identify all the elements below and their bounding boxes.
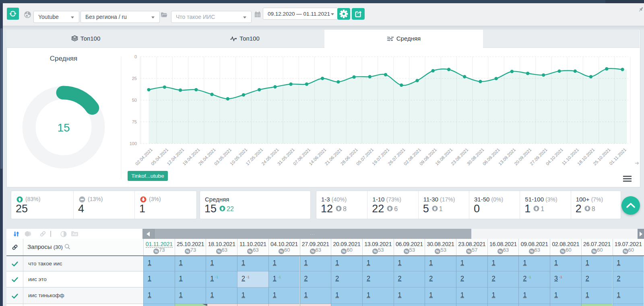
svg-text:75: 75 bbox=[132, 119, 137, 124]
svg-text:%: % bbox=[592, 249, 596, 253]
svg-text:%: % bbox=[561, 249, 564, 253]
svg-text:%: % bbox=[467, 249, 471, 253]
svg-text:100: 100 bbox=[130, 141, 137, 146]
svg-text:15: 15 bbox=[57, 121, 70, 134]
svg-text:%: % bbox=[499, 249, 502, 253]
svg-text:Aa: Aa bbox=[72, 232, 77, 236]
svg-text:%: % bbox=[374, 249, 377, 253]
svg-text:25.10.2021: 25.10.2021 bbox=[592, 147, 611, 166]
svg-text:%: % bbox=[436, 249, 439, 253]
svg-text:%: % bbox=[155, 249, 158, 253]
svg-text:%: % bbox=[280, 249, 283, 253]
svg-text:25: 25 bbox=[132, 76, 137, 81]
svg-text:01.11.2021: 01.11.2021 bbox=[608, 147, 627, 166]
svg-text:Tinkof...utube: Tinkof...utube bbox=[131, 173, 164, 179]
svg-text:%: % bbox=[624, 249, 627, 253]
svg-text:%: % bbox=[530, 249, 533, 253]
svg-text:%: % bbox=[405, 249, 408, 253]
svg-text:➔: ➔ bbox=[635, 160, 639, 166]
svg-text:%: % bbox=[186, 249, 189, 253]
svg-text:%: % bbox=[311, 249, 314, 253]
svg-text:0: 0 bbox=[134, 54, 137, 59]
svg-text:04.10.2021: 04.10.2021 bbox=[545, 147, 564, 166]
svg-text:50: 50 bbox=[132, 98, 137, 103]
svg-text:%: % bbox=[248, 249, 252, 253]
svg-text:%: % bbox=[342, 249, 345, 253]
svg-text:Средняя: Средняя bbox=[50, 55, 78, 62]
svg-text:%: % bbox=[217, 249, 220, 253]
